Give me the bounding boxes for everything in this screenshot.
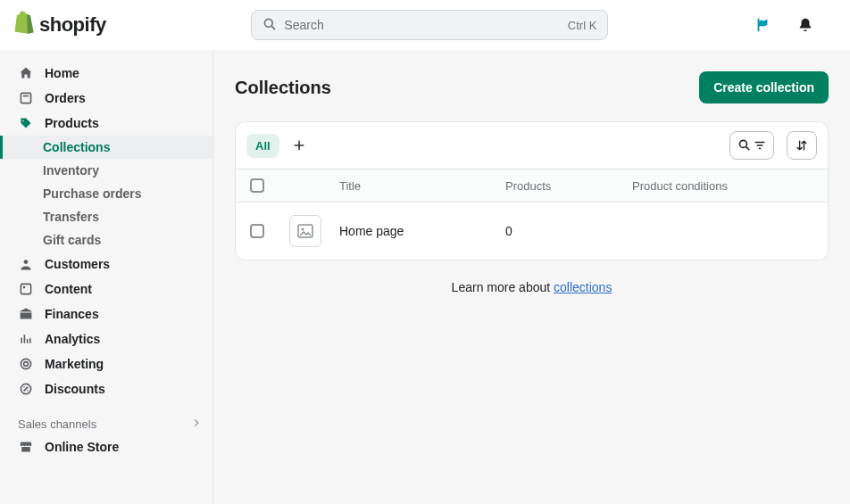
customers-icon [18, 256, 34, 272]
discounts-icon [18, 381, 34, 397]
sidebar-sub-collections[interactable]: Collections [0, 136, 212, 159]
sidebar-item-customers[interactable]: Customers [0, 252, 212, 277]
sidebar-sub-inventory[interactable]: Inventory [0, 159, 212, 182]
marketing-icon [18, 356, 34, 372]
learn-more: Learn more about collections [235, 280, 829, 294]
learn-more-link[interactable]: collections [554, 280, 612, 294]
bell-icon[interactable] [796, 16, 814, 34]
table-row[interactable]: Home page 0 [236, 202, 828, 260]
svg-rect-1 [21, 93, 30, 103]
search-shortcut: Ctrl K [568, 19, 597, 32]
search-icon [262, 17, 277, 34]
topbar: shopify Search Ctrl K [0, 0, 850, 50]
plus-icon [292, 138, 306, 153]
search-input[interactable]: Search Ctrl K [251, 10, 608, 40]
add-view-button[interactable] [287, 133, 312, 158]
orders-icon [18, 90, 34, 106]
column-products: Products [505, 179, 632, 193]
create-collection-button[interactable]: Create collection [699, 71, 829, 103]
svg-point-8 [23, 386, 25, 388]
store-icon [18, 439, 34, 455]
view-tab-all[interactable]: All [246, 134, 279, 158]
sidebar-item-label: Finances [45, 307, 99, 321]
select-all-checkbox[interactable] [250, 178, 264, 193]
page-title: Collections [235, 78, 331, 98]
sidebar-sub-purchase-orders[interactable]: Purchase orders [0, 182, 212, 205]
sidebar-item-analytics[interactable]: Analytics [0, 326, 212, 351]
sidebar-item-marketing[interactable]: Marketing [0, 351, 212, 376]
svg-point-2 [24, 260, 29, 264]
search-filter-button[interactable] [729, 131, 774, 160]
sidebar-item-label: Analytics [45, 332, 100, 346]
products-icon [18, 115, 34, 131]
row-checkbox[interactable] [250, 224, 264, 238]
home-icon [18, 65, 34, 81]
sidebar-item-orders[interactable]: Orders [0, 86, 212, 111]
sidebar-item-label: Orders [45, 91, 86, 105]
sidebar: Home Orders Products Collections Invento… [0, 50, 213, 504]
svg-point-9 [27, 390, 29, 392]
finances-icon [18, 306, 34, 322]
sort-icon [795, 138, 809, 153]
sidebar-item-label: Online Store [45, 440, 119, 454]
collections-card: All Title Products Product condition [235, 121, 829, 260]
sidebar-item-content[interactable]: Content [0, 277, 212, 302]
sidebar-item-products[interactable]: Products [0, 111, 212, 136]
svg-point-6 [24, 362, 29, 367]
sidebar-item-label: Products [45, 116, 99, 130]
sort-button[interactable] [787, 131, 817, 160]
svg-point-12 [302, 228, 304, 231]
sidebar-item-home[interactable]: Home [0, 61, 212, 86]
chevron-right-icon [191, 417, 202, 431]
sidebar-sub-gift-cards[interactable]: Gift cards [0, 228, 212, 252]
sidebar-item-finances[interactable]: Finances [0, 302, 212, 326]
sidebar-item-label: Discounts [45, 382, 105, 396]
sidebar-item-label: Home [45, 66, 79, 80]
analytics-icon [18, 331, 34, 347]
brand-logo[interactable]: shopify [14, 11, 106, 39]
flag-icon[interactable] [754, 16, 771, 34]
main-content: Collections Create collection All [213, 50, 850, 504]
sidebar-item-label: Customers [45, 257, 110, 271]
sidebar-item-label: Marketing [45, 357, 104, 371]
content-icon [18, 281, 34, 297]
search-placeholder: Search [284, 18, 323, 32]
column-conditions: Product conditions [632, 179, 813, 193]
sidebar-item-label: Content [45, 282, 92, 296]
sidebar-sub-transfers[interactable]: Transfers [0, 205, 212, 228]
sidebar-item-online-store[interactable]: Online Store [0, 434, 212, 459]
svg-rect-3 [21, 284, 30, 293]
filter-icon [754, 138, 766, 153]
sales-channels-header[interactable]: Sales channels [0, 401, 212, 434]
image-placeholder-icon [289, 215, 321, 247]
svg-rect-4 [23, 286, 25, 288]
brand-name: shopify [39, 13, 106, 37]
svg-point-5 [21, 359, 30, 368]
search-icon [738, 138, 752, 153]
sidebar-item-discounts[interactable]: Discounts [0, 376, 212, 401]
column-title: Title [339, 179, 505, 193]
row-products: 0 [505, 224, 632, 238]
row-title: Home page [339, 224, 505, 238]
shopify-bag-icon [14, 11, 34, 39]
table-header: Title Products Product conditions [236, 169, 828, 202]
